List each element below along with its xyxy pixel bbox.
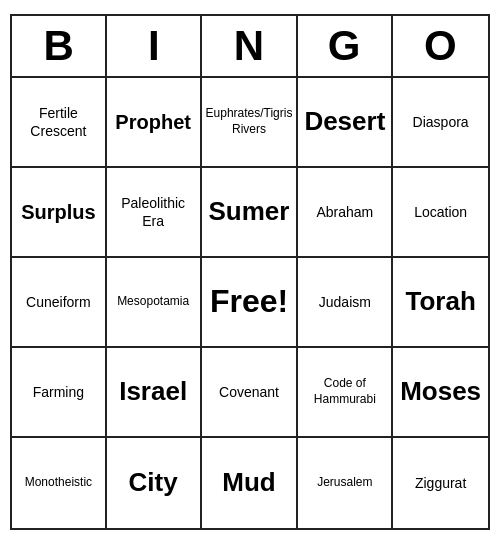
bingo-cell-0[interactable]: Fertile Crescent (12, 78, 107, 168)
bingo-cell-22[interactable]: Mud (202, 438, 299, 528)
cell-text-3: Desert (304, 105, 385, 139)
cell-text-17: Covenant (219, 383, 279, 401)
bingo-card: BINGO Fertile CrescentProphetEuphrates/T… (10, 14, 490, 530)
bingo-cell-11[interactable]: Mesopotamia (107, 258, 202, 348)
bingo-cell-12[interactable]: Free! (202, 258, 299, 348)
cell-text-5: Surplus (21, 199, 95, 225)
cell-text-24: Ziggurat (415, 474, 466, 492)
cell-text-7: Sumer (209, 195, 290, 229)
cell-text-21: City (129, 466, 178, 500)
cell-text-23: Jerusalem (317, 475, 372, 491)
cell-text-20: Monotheistic (25, 475, 92, 491)
bingo-cell-4[interactable]: Diaspora (393, 78, 488, 168)
cell-text-2: Euphrates/Tigris Rivers (206, 106, 293, 137)
bingo-cell-21[interactable]: City (107, 438, 202, 528)
header-letter-b: B (12, 16, 107, 76)
bingo-cell-18[interactable]: Code of Hammurabi (298, 348, 393, 438)
cell-text-13: Judaism (319, 293, 371, 311)
bingo-cell-3[interactable]: Desert (298, 78, 393, 168)
cell-text-12: Free! (210, 281, 288, 323)
cell-text-16: Israel (119, 375, 187, 409)
bingo-cell-9[interactable]: Location (393, 168, 488, 258)
cell-text-19: Moses (400, 375, 481, 409)
bingo-grid: Fertile CrescentProphetEuphrates/Tigris … (12, 78, 488, 528)
bingo-header: BINGO (12, 16, 488, 78)
bingo-cell-7[interactable]: Sumer (202, 168, 299, 258)
bingo-cell-15[interactable]: Farming (12, 348, 107, 438)
cell-text-22: Mud (222, 466, 275, 500)
bingo-cell-10[interactable]: Cuneiform (12, 258, 107, 348)
bingo-cell-17[interactable]: Covenant (202, 348, 299, 438)
cell-text-10: Cuneiform (26, 293, 91, 311)
header-letter-g: G (298, 16, 393, 76)
bingo-cell-16[interactable]: Israel (107, 348, 202, 438)
cell-text-9: Location (414, 203, 467, 221)
bingo-cell-20[interactable]: Monotheistic (12, 438, 107, 528)
cell-text-11: Mesopotamia (117, 294, 189, 310)
bingo-cell-5[interactable]: Surplus (12, 168, 107, 258)
cell-text-18: Code of Hammurabi (302, 376, 387, 407)
bingo-cell-24[interactable]: Ziggurat (393, 438, 488, 528)
bingo-cell-13[interactable]: Judaism (298, 258, 393, 348)
bingo-cell-23[interactable]: Jerusalem (298, 438, 393, 528)
header-letter-n: N (202, 16, 297, 76)
cell-text-8: Abraham (316, 203, 373, 221)
bingo-cell-8[interactable]: Abraham (298, 168, 393, 258)
cell-text-0: Fertile Crescent (16, 104, 101, 140)
bingo-cell-14[interactable]: Torah (393, 258, 488, 348)
bingo-cell-19[interactable]: Moses (393, 348, 488, 438)
header-letter-i: I (107, 16, 202, 76)
cell-text-6: Paleolithic Era (111, 194, 196, 230)
bingo-cell-1[interactable]: Prophet (107, 78, 202, 168)
cell-text-15: Farming (33, 383, 84, 401)
bingo-cell-2[interactable]: Euphrates/Tigris Rivers (202, 78, 299, 168)
header-letter-o: O (393, 16, 488, 76)
cell-text-1: Prophet (115, 109, 191, 135)
cell-text-4: Diaspora (413, 113, 469, 131)
cell-text-14: Torah (405, 285, 475, 319)
bingo-cell-6[interactable]: Paleolithic Era (107, 168, 202, 258)
